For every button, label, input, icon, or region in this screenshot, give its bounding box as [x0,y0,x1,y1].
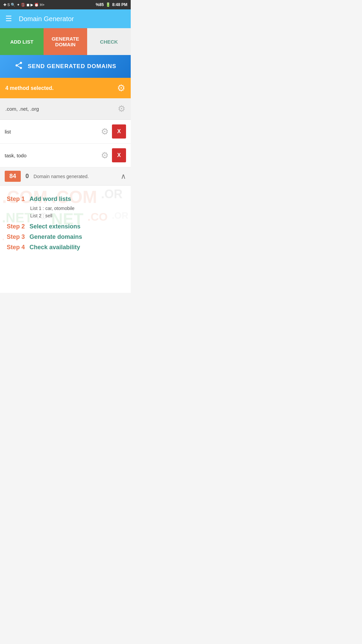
checked-count: 0 [23,171,32,182]
method-bar[interactable]: 4 method selected. ⚙ [0,78,131,98]
list-remove-button-0[interactable]: X [112,124,126,139]
status-right: %85 🔋 8:48 PM [96,2,127,7]
clock: 8:48 PM [112,2,127,7]
list-row-left-0: list [5,129,11,135]
tab-buttons: ADD LIST GENERATEDOMAIN CHECK [0,28,131,55]
list-row-1: task, todo ⚙ X [0,144,131,167]
extension-text: .com, .net, .org [5,106,39,112]
step-2-desc: Select extensions [29,223,80,230]
status-left: ✚ S 🔍 ✦ 📵 ◼ ▶ ⏰ H+ [3,3,45,7]
battery-level: %85 [96,2,104,7]
app-bar: ☰ Domain Generator [0,9,131,28]
list-label-0: list [5,129,11,135]
step-1-number: Step 1 [7,196,27,203]
send-button-label: SEND GENERATED DOMAINS [28,63,116,70]
step-1-desc: Add word lists [29,196,71,203]
extension-gear-icon[interactable]: ⚙ [118,104,125,114]
step-4-number: Step 4 [7,244,27,251]
step-2-row: Step 2 Select extensions [7,223,124,230]
list-row-0: list ⚙ X [0,120,131,144]
counter-label: Domain names generated. [34,174,119,179]
list-row-left-1: task, todo [5,153,26,158]
list-gear-icon-1[interactable]: ⚙ [101,150,109,161]
step-2-number: Step 2 [7,223,27,230]
counter-row: 84 0 Domain names generated. ∧ [0,167,131,185]
step-4-row: Step 4 Check availability [7,244,124,251]
send-generated-domains-button[interactable]: SEND GENERATED DOMAINS [0,55,131,78]
method-gear-icon[interactable]: ⚙ [117,83,125,94]
step-1-row: Step 1 Add word lists [7,196,124,203]
step-3-desc: Generate domains [29,233,82,240]
list-remove-button-1[interactable]: X [112,148,126,162]
step-1-sub: List 1 : car, otomobileList 2 : sell [30,205,124,220]
status-bar: ✚ S 🔍 ✦ 📵 ◼ ▶ ⏰ H+ %85 🔋 8:48 PM [0,0,131,9]
extension-row: .com, .net, .org ⚙ [0,98,131,120]
generated-count-badge: 84 [5,171,21,182]
tab-check[interactable]: CHECK [87,28,131,55]
share-icon [14,61,23,72]
menu-button[interactable]: ☰ [5,14,12,23]
method-selected-text: 4 method selected. [5,85,54,91]
tab-generate-domain[interactable]: GENERATEDOMAIN [44,28,87,55]
list-label-1: task, todo [5,153,26,158]
status-icons: ✚ S 🔍 ✦ 📵 ◼ ▶ ⏰ H+ [3,3,45,7]
step-3-row: Step 3 Generate domains [7,233,124,240]
app-title: Domain Generator [19,15,74,23]
step-4-desc: Check availability [29,244,80,251]
step-3-number: Step 3 [7,233,27,240]
help-section: .COM .COM .OR .NET .O NET .CO .OR . Step… [0,185,131,293]
list-gear-icon-0[interactable]: ⚙ [101,126,109,137]
steps-list: Step 1 Add word lists List 1 : car, otom… [7,196,124,251]
collapse-chevron-icon[interactable]: ∧ [121,172,126,181]
step-1-sub-text: List 1 : car, otomobileList 2 : sell [30,205,124,220]
tab-add-list[interactable]: ADD LIST [0,28,44,55]
battery-icon: 🔋 [106,2,111,7]
